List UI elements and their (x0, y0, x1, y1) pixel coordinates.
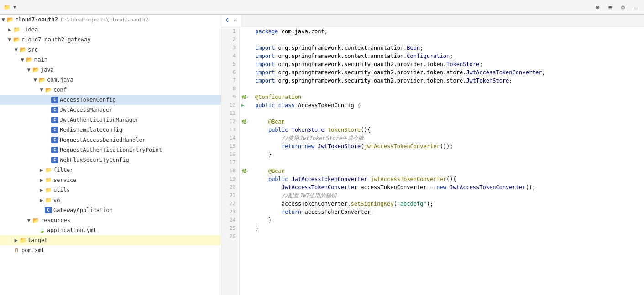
line-number-7: 7 (225, 77, 236, 85)
sidebar-item-application.yml[interactable]: 🍃application.yml (0, 225, 221, 235)
sidebar-item-conf[interactable]: ▼📂conf (0, 85, 221, 95)
sidebar[interactable]: ▼📂cloud7-oauth2D:\IdeaProjects\cloud7-oa… (0, 15, 221, 295)
gutter-cell-24 (241, 216, 253, 224)
sidebar-item-pom.xml[interactable]: 🗒pom.xml (0, 245, 221, 255)
tree-item-icon-WebFluxSecurityConfig: C (51, 157, 58, 163)
sidebar-item-java[interactable]: ▼📂java (0, 65, 221, 75)
tree-item-icon-filter: 📁 (45, 167, 52, 173)
sidebar-item-WebFluxSecurityConfig[interactable]: CWebFluxSecurityConfig (0, 155, 221, 165)
sidebar-item-filter[interactable]: ▶📁filter (0, 165, 221, 175)
tree-arrow: ▶ (6, 26, 13, 33)
sidebar-item-service[interactable]: ▶📁service (0, 175, 221, 185)
tree-item-icon-GatewayApplication: C (45, 207, 52, 213)
sidebar-item-resources[interactable]: ▼📂resources (0, 215, 221, 225)
tree-item-label-RequestAccessDeniedHandler: RequestAccessDeniedHandler (60, 137, 146, 143)
gutter-cell-15 (241, 142, 253, 150)
tree-item-icon-main: 📂 (26, 57, 33, 63)
gutter-cell-2 (241, 36, 253, 44)
sidebar-item-AccessTokenConfig[interactable]: CAccessTokenConfig (0, 95, 221, 105)
code-line-19: public JwtAccessTokenConverter jwtAccess… (255, 175, 644, 183)
sidebar-item-JwtAccessManager[interactable]: CJwtAccessManager (0, 105, 221, 115)
gutter-cell-6 (241, 68, 253, 77)
gutter-cell-11 (241, 109, 253, 118)
gutter-cell-23 (241, 208, 253, 216)
line-number-16: 16 (225, 150, 236, 159)
sidebar-item-RequestAuthenticationEntryPoint[interactable]: CRequestAuthenticationEntryPoint (0, 145, 221, 155)
tree-item-icon-service: 📁 (45, 177, 52, 183)
tab-close-button[interactable]: ✕ (233, 17, 236, 23)
line-number-17: 17 (225, 159, 236, 167)
gutter-cell-4 (241, 52, 253, 60)
gutter-cell-10: ▶ (241, 101, 253, 109)
sidebar-item-cloud7-oauth2[interactable]: ▼📂cloud7-oauth2D:\IdeaProjects\cloud7-oa… (0, 15, 221, 25)
sidebar-item-utils[interactable]: ▶📁utils (0, 185, 221, 195)
code-line-11 (255, 109, 644, 118)
code-line-20: JwtAccessTokenConverter accessTokenConve… (255, 183, 644, 191)
sidebar-item-cloud7-oauth2-gateway[interactable]: ▼📂cloud7-oauth2-gateway (0, 35, 221, 45)
tree-arrow: ▼ (26, 67, 32, 73)
line-number-18: 18 (225, 167, 236, 175)
tree-arrow: ▼ (26, 217, 32, 223)
sidebar-item-RedisTemplateConfig[interactable]: CRedisTemplateConfig (0, 125, 221, 135)
gutter-cell-14 (241, 134, 253, 142)
line-number-4: 4 (225, 52, 236, 60)
tree-arrow: ▼ (0, 16, 6, 23)
tree-arrow: ▼ (38, 87, 45, 93)
gutter: 🌿✓▶🌿✓🌿✓ (240, 27, 253, 295)
gutter-cell-18: 🌿✓ (241, 167, 253, 175)
code-line-9: @Configuration (255, 93, 644, 101)
gutter-cell-22 (241, 200, 253, 208)
tree-item-icon-JwtAccessManager: C (51, 107, 58, 113)
sidebar-item-target[interactable]: ▶📁target (0, 235, 221, 245)
main-layout: ▼📂cloud7-oauth2D:\IdeaProjects\cloud7-oa… (0, 15, 644, 295)
tree-arrow: ▼ (32, 77, 38, 83)
sidebar-item-src[interactable]: ▼📂src (0, 45, 221, 55)
sidebar-item-com.java[interactable]: ▼📂com.java (0, 75, 221, 85)
tree-arrow: ▶ (38, 197, 45, 203)
sidebar-item-GatewayApplication[interactable]: CGatewayApplication (0, 205, 221, 215)
sidebar-item-main[interactable]: ▼📂main (0, 55, 221, 65)
gutter-cell-8 (241, 85, 253, 93)
sidebar-item-vo[interactable]: ▶📁vo (0, 195, 221, 205)
line-number-10: 10 (225, 101, 236, 109)
line-number-26: 26 (225, 233, 236, 241)
tree-item-label-resources: resources (41, 217, 70, 223)
tree-item-icon-RedisTemplateConfig: C (51, 127, 58, 133)
line-number-25: 25 (225, 224, 236, 233)
code-editor[interactable]: 1234567891011121314151617181920212223242… (221, 27, 644, 295)
tree-item-icon-application.yml: 🍃 (38, 228, 46, 233)
line-number-2: 2 (225, 36, 236, 44)
tab-access-token-config[interactable]: C ✕ (221, 15, 241, 27)
tree-item-label-application.yml: application.yml (47, 227, 96, 233)
tree-item-icon-pom.xml: 🗒 (13, 248, 20, 254)
tree-item-icon-RequestAccessDeniedHandler: C (51, 137, 58, 143)
settings-icon[interactable]: ⚙ (618, 4, 628, 11)
line-number-11: 11 (225, 109, 236, 118)
tree-item-icon-RequestAuthenticationEntryPoint: C (51, 147, 58, 153)
sidebar-item-RequestAccessDeniedHandler[interactable]: CRequestAccessDeniedHandler (0, 135, 221, 145)
collapse-icon[interactable]: ≡ (606, 4, 615, 11)
sidebar-item-JwtAuthenticationManager[interactable]: CJwtAuthenticationManager (0, 115, 221, 125)
line-number-8: 8 (225, 85, 236, 93)
line-number-24: 24 (225, 216, 236, 224)
gutter-cell-26 (241, 233, 253, 241)
line-number-6: 6 (225, 68, 236, 77)
line-number-21: 21 (225, 191, 236, 200)
code-line-12: @Bean (255, 118, 644, 126)
code-line-10: public class AccessTokenConfig { (255, 101, 644, 109)
tree-item-label-src: src (28, 47, 38, 53)
toolbar-dropdown-icon[interactable]: ▼ (13, 5, 16, 10)
tree-item-label-JwtAccessManager: JwtAccessManager (60, 107, 113, 113)
code-line-6: import org.springframework.security.oaut… (255, 68, 644, 77)
gutter-cell-9: 🌿✓ (241, 93, 253, 101)
minimize-icon[interactable]: — (631, 4, 640, 11)
tree-item-icon-java: 📂 (32, 67, 39, 73)
locate-icon[interactable]: ⊕ (593, 4, 602, 11)
line-number-23: 23 (225, 208, 236, 216)
code-line-17 (255, 159, 644, 167)
sidebar-item-idea[interactable]: ▶📁.idea (0, 25, 221, 35)
tab-java-icon: C (226, 18, 229, 23)
tree-item-label-RequestAuthenticationEntryPoint: RequestAuthenticationEntryPoint (60, 147, 162, 153)
line-number-19: 19 (225, 175, 236, 183)
line-number-12: 12 (225, 118, 236, 126)
